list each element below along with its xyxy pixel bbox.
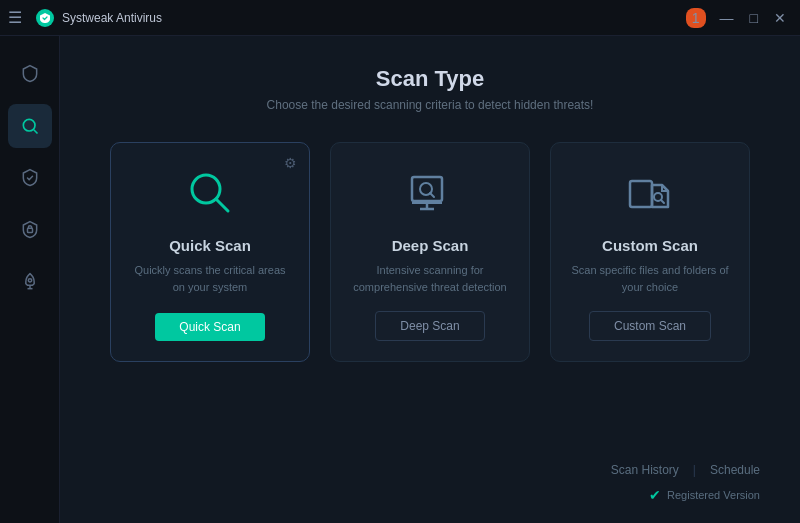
- quick-scan-title: Quick Scan: [169, 237, 251, 254]
- quick-scan-button[interactable]: Quick Scan: [155, 313, 264, 341]
- maximize-button[interactable]: □: [744, 8, 764, 28]
- schedule-link[interactable]: Schedule: [710, 463, 760, 477]
- sidebar-item-vpn[interactable]: [8, 208, 52, 252]
- registered-version-label: Registered Version: [667, 489, 760, 501]
- sidebar-item-shield[interactable]: [8, 52, 52, 96]
- svg-point-5: [28, 279, 31, 282]
- minimize-button[interactable]: —: [714, 8, 740, 28]
- svg-rect-8: [412, 177, 442, 201]
- registered-check-icon: ✔: [649, 487, 661, 503]
- deep-scan-button[interactable]: Deep Scan: [375, 311, 484, 341]
- svg-rect-14: [630, 181, 652, 207]
- app-title: Systweak Antivirus: [62, 11, 162, 25]
- svg-line-16: [661, 200, 664, 203]
- svg-line-13: [430, 193, 434, 197]
- sidebar-item-protection[interactable]: [8, 156, 52, 200]
- window-controls: 1 — □ ✕: [686, 8, 792, 28]
- hamburger-icon[interactable]: ☰: [8, 8, 22, 27]
- custom-scan-icon-wrapper: [620, 163, 680, 223]
- sidebar-item-tools[interactable]: [8, 260, 52, 304]
- notification-badge[interactable]: 1: [686, 8, 706, 28]
- svg-rect-2: [27, 228, 32, 232]
- scan-history-link[interactable]: Scan History: [611, 463, 679, 477]
- app-logo: [36, 9, 54, 27]
- deep-scan-title: Deep Scan: [392, 237, 469, 254]
- scan-cards-container: ⚙ Quick Scan Quickly scans the critical …: [100, 142, 760, 451]
- custom-scan-button[interactable]: Custom Scan: [589, 311, 711, 341]
- registered-version: ✔ Registered Version: [649, 487, 760, 503]
- scan-card-quick: ⚙ Quick Scan Quickly scans the critical …: [110, 142, 310, 362]
- svg-point-0: [23, 119, 35, 131]
- page-title: Scan Type: [100, 66, 760, 92]
- deep-scan-icon-wrapper: [400, 163, 460, 223]
- scan-card-custom: Custom Scan Scan specific files and fold…: [550, 142, 750, 362]
- title-bar: ☰ Systweak Antivirus 1 — □ ✕: [0, 0, 800, 36]
- footer-bottom: Scan History | Schedule ✔ Registered Ver…: [611, 463, 760, 503]
- footer-divider: |: [693, 463, 696, 477]
- footer-links: Scan History | Schedule: [611, 463, 760, 477]
- sidebar: [0, 36, 60, 523]
- quick-scan-icon-wrapper: [180, 163, 240, 223]
- svg-line-1: [33, 130, 37, 134]
- custom-scan-title: Custom Scan: [602, 237, 698, 254]
- content-area: Scan Type Choose the desired scanning cr…: [60, 36, 800, 523]
- scan-card-deep: Deep Scan Intensive scanning for compreh…: [330, 142, 530, 362]
- sidebar-item-scan[interactable]: [8, 104, 52, 148]
- title-bar-left: ☰ Systweak Antivirus: [8, 8, 162, 27]
- deep-scan-description: Intensive scanning for comprehensive thr…: [347, 262, 513, 295]
- svg-line-7: [216, 199, 228, 211]
- quick-scan-description: Quickly scans the critical areas on your…: [127, 262, 293, 295]
- footer: Scan History | Schedule ✔ Registered Ver…: [100, 451, 760, 503]
- page-subtitle: Choose the desired scanning criteria to …: [100, 98, 760, 112]
- close-button[interactable]: ✕: [768, 8, 792, 28]
- custom-scan-description: Scan specific files and folders of your …: [567, 262, 733, 295]
- main-layout: Scan Type Choose the desired scanning cr…: [0, 36, 800, 523]
- quick-scan-settings-icon[interactable]: ⚙: [284, 155, 297, 171]
